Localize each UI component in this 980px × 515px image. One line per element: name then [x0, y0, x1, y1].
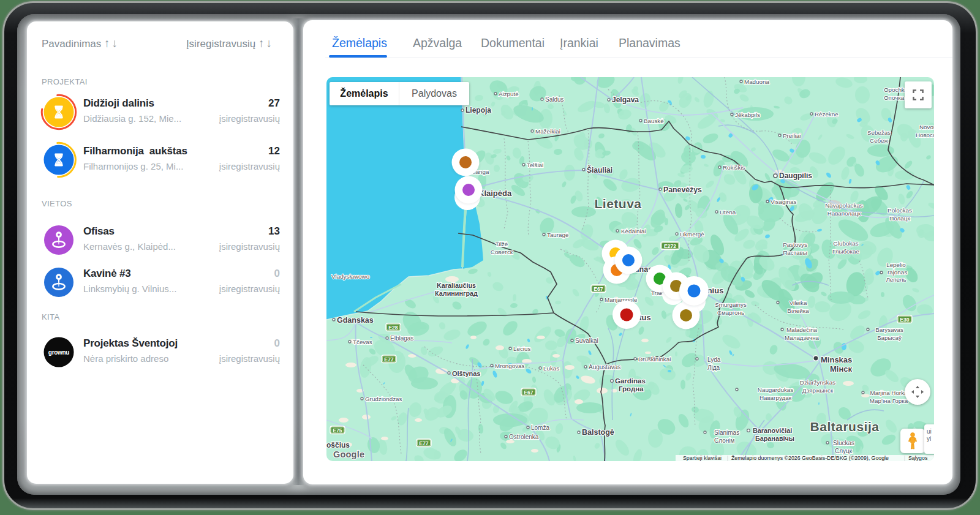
svg-text:Полацк: Полацк — [889, 215, 910, 222]
svg-text:Naugardukas: Naugardukas — [758, 386, 793, 393]
svg-text:Опочка: Опочка — [884, 94, 905, 101]
svg-text:Tčevas: Tčevas — [353, 339, 372, 345]
svg-text:E75: E75 — [333, 427, 342, 434]
svg-text:Вілейка: Вілейка — [787, 307, 809, 314]
svg-text:Navapolackas: Navapolackas — [825, 202, 863, 209]
svg-text:Augustavas: Augustavas — [589, 364, 620, 370]
svg-text:Барысаў: Барысаў — [877, 334, 902, 341]
svg-text:Kėdainiai: Kėdainiai — [621, 228, 646, 235]
svg-text:Mažeikiai: Mažeikiai — [535, 128, 560, 135]
svg-text:Мінск: Мінск — [830, 364, 853, 374]
svg-text:E77: E77 — [384, 356, 394, 363]
svg-text:Telšiai: Telšiai — [527, 162, 543, 168]
svg-text:Смаргонь: Смаргонь — [717, 309, 744, 316]
svg-text:Gardinas: Gardinas — [615, 377, 646, 385]
svg-text:Глыбокае: Глыбокае — [832, 248, 860, 255]
svg-text:Utena: Utena — [720, 209, 736, 216]
svg-text:Lepelio: Lepelio — [886, 261, 906, 268]
svg-text:rajonas: rajonas — [888, 269, 907, 276]
svg-text:Jēkabpils: Jēkabpils — [735, 111, 760, 118]
svg-text:Mrongovas: Mrongovas — [495, 363, 525, 369]
svg-text:Baranovičiai: Baranovičiai — [753, 427, 792, 434]
svg-text:Bauskė: Bauskė — [644, 118, 664, 124]
svg-text:Maladečina: Maladečina — [786, 326, 818, 333]
svg-text:Druskininkai: Druskininkai — [638, 356, 671, 363]
svg-text:Lyda: Lyda — [707, 356, 721, 363]
svg-text:Grudziondzas: Grudziondzas — [365, 396, 402, 402]
svg-text:Vileika: Vileika — [790, 299, 807, 306]
svg-text:Liepoja: Liepoja — [466, 106, 491, 115]
svg-text:Lomža: Lomža — [531, 424, 549, 431]
svg-text:Panevėžys: Panevėžys — [663, 186, 702, 194]
svg-text:Barysavas: Barysavas — [875, 326, 903, 333]
svg-text:Polockas: Polockas — [888, 207, 912, 214]
svg-text:Minskas: Minskas — [821, 355, 852, 364]
svg-text:grownu: grownu — [48, 349, 69, 356]
svg-text:Spartieji klavišai: Spartieji klavišai — [683, 455, 722, 461]
svg-text:Sebežas: Sebežas — [867, 129, 891, 136]
svg-text:Маладзечна: Маладзечна — [785, 334, 820, 341]
svg-text:Калининград: Калининград — [435, 290, 478, 297]
svg-text:Preiliai: Preiliai — [783, 132, 801, 139]
svg-text:Slanimas: Slanimas — [714, 429, 739, 436]
svg-text:Olštynas: Olštynas — [452, 370, 480, 377]
svg-text:Novoso: Novoso — [919, 124, 934, 130]
svg-text:Навагрудак: Навагрудак — [760, 394, 792, 401]
svg-text:E272: E272 — [664, 243, 676, 249]
svg-text:Мар'іна Горка: Мар'іна Горка — [870, 397, 908, 404]
svg-text:Ліда: Ліда — [707, 364, 720, 371]
svg-text:Jelgava: Jelgava — [612, 96, 639, 104]
svg-text:Klaipėda: Klaipėda — [478, 189, 512, 198]
svg-text:Saldus: Saldus — [545, 96, 564, 103]
svg-text:Šiauliai: Šiauliai — [587, 165, 612, 175]
svg-text:Daugpilis: Daugpilis — [779, 171, 812, 180]
svg-text:Rokiškis: Rokiškis — [723, 164, 745, 171]
svg-text:Vladysławowo: Vladysławowo — [331, 273, 370, 280]
svg-text:Sluckas: Sluckas — [833, 440, 854, 446]
svg-text:Karaliaučius: Karaliaučius — [437, 282, 476, 289]
svg-text:Google: Google — [333, 449, 364, 459]
svg-text:Ostrolenka: Ostrolenka — [509, 434, 539, 440]
svg-text:Себеж: Себеж — [870, 137, 888, 144]
svg-text:Sąlygos: Sąlygos — [908, 455, 928, 461]
svg-text:E30: E30 — [900, 317, 910, 323]
svg-text:Новосокол: Новосокол — [916, 132, 934, 138]
svg-text:Rėzekne: Rėzekne — [815, 111, 839, 118]
svg-text:Советск: Советск — [491, 249, 513, 255]
svg-text:E67: E67 — [594, 286, 603, 292]
svg-text:Ukmergė: Ukmergė — [680, 231, 704, 238]
svg-text:E28: E28 — [388, 325, 398, 331]
svg-text:Dziaržynskas: Dziaržynskas — [800, 379, 835, 386]
svg-text:Glubokas: Glubokas — [833, 240, 858, 247]
svg-text:Паставы: Паставы — [783, 249, 807, 256]
svg-text:Tauragė: Tauragė — [547, 231, 569, 238]
svg-text:Smurgainys: Smurgainys — [715, 301, 747, 308]
svg-text:Слуцк: Слуцк — [835, 448, 853, 454]
svg-text:Слонім: Слонім — [714, 437, 734, 444]
svg-text:Наваполацк: Наваполацк — [827, 210, 861, 217]
svg-text:Visaginas: Visaginas — [771, 198, 796, 205]
svg-text:Lukas: Lukas — [543, 365, 559, 372]
svg-text:Tilžė: Tilžė — [496, 241, 508, 247]
svg-text:oščius: oščius — [326, 441, 350, 449]
svg-text:E77: E77 — [419, 440, 429, 446]
svg-text:Gdanskas: Gdanskas — [337, 316, 374, 325]
svg-text:Pastovys: Pastovys — [783, 241, 807, 248]
svg-text:Marjina Horka: Marjina Horka — [870, 389, 908, 396]
svg-text:Žemėlapio duomenys ©2026 GeoBa: Žemėlapio duomenys ©2026 GeoBasis-DE/BKG… — [731, 455, 889, 461]
svg-text:Баранавічы: Баранавічы — [755, 435, 794, 442]
svg-text:Balstogė: Balstogė — [582, 428, 614, 437]
svg-text:Гродна: Гродна — [619, 385, 644, 393]
svg-text:Baltarusija: Baltarusija — [810, 419, 880, 434]
svg-text:Maduona: Maduona — [744, 78, 769, 85]
svg-text:Lėcius: Lėcius — [513, 345, 530, 352]
svg-text:Opochk: Opochk — [884, 86, 905, 93]
svg-text:Дзяржынск: Дзяржынск — [802, 387, 834, 394]
svg-text:Suvalkai: Suvalkai — [575, 337, 598, 344]
svg-text:Лепель: Лепель — [886, 276, 906, 283]
svg-text:Elblagas: Elblagas — [390, 335, 413, 342]
svg-text:Aizputė: Aizputė — [499, 91, 519, 97]
svg-text:Lietuva: Lietuva — [594, 197, 641, 211]
svg-text:E67: E67 — [524, 389, 533, 396]
